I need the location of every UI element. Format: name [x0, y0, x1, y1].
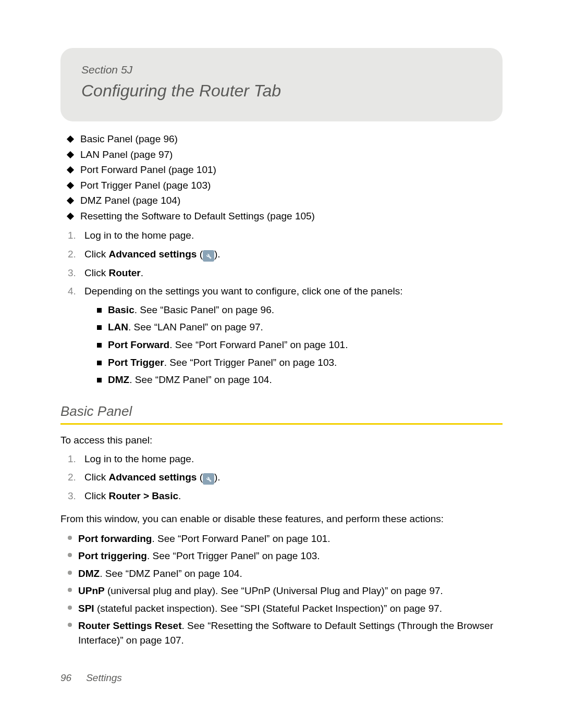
page-footer: 96Settings — [60, 672, 122, 684]
step-item: Click Router. — [68, 266, 503, 280]
step-text: ). — [214, 249, 221, 260]
toc-item: Port Forward Panel (page 101) — [68, 163, 503, 177]
sub-item: Basic. See “Basic Panel” on page 96. — [97, 303, 503, 317]
step-text: ( — [197, 472, 203, 483]
square-icon — [97, 308, 102, 313]
sub-text: . See “Port Trigger Panel” on page 103. — [164, 357, 337, 368]
advanced-settings-label: Advanced settings — [108, 472, 197, 483]
square-icon — [97, 325, 102, 330]
sub-list: Basic. See “Basic Panel” on page 96. LAN… — [97, 303, 503, 387]
sub-label: LAN — [108, 322, 128, 332]
router-label: Router — [108, 267, 140, 278]
step-text: Click — [84, 267, 108, 278]
feature-item: Port triggering. See “Port Trigger Panel… — [68, 549, 503, 563]
toc-text: DMZ Panel (page 104) — [80, 195, 180, 206]
page-number: 96 — [60, 672, 71, 683]
toc-text: LAN Panel (page 97) — [80, 149, 173, 160]
feature-text: . See “Port Trigger Panel” on page 103. — [147, 550, 320, 561]
feature-label: UPnP — [78, 585, 105, 596]
body-content: Basic Panel (page 96) LAN Panel (page 97… — [60, 132, 503, 647]
step-text: Depending on the settings you want to co… — [84, 286, 403, 297]
step-item: Log in to the home page. — [68, 452, 503, 466]
step-text: ). — [214, 472, 221, 483]
footer-label: Settings — [86, 672, 122, 683]
steps-list-1: Log in to the home page. Click Advanced … — [60, 228, 503, 387]
sub-text: . See “DMZ Panel” on page 104. — [129, 374, 272, 385]
diamond-icon — [67, 166, 74, 174]
toc-item: DMZ Panel (page 104) — [68, 193, 503, 208]
feature-item: DMZ. See “DMZ Panel” on page 104. — [68, 566, 503, 581]
advanced-settings-label: Advanced settings — [108, 249, 197, 260]
diamond-icon — [67, 213, 74, 220]
diamond-icon — [67, 182, 74, 189]
feature-label: DMZ — [78, 568, 100, 579]
feature-item: Router Settings Reset. See “Resetting th… — [68, 619, 503, 647]
toc-text: Port Forward Panel (page 101) — [80, 164, 216, 175]
step-text: Click — [84, 249, 108, 260]
sub-item: Port Forward. See “Port Forward Panel” o… — [97, 338, 503, 352]
sub-text: . See “LAN Panel” on page 97. — [128, 322, 263, 332]
section-label: Section 5J — [81, 64, 482, 76]
feature-item: UPnP (universal plug and play). See “UPn… — [68, 584, 503, 598]
feature-label: Port triggering — [78, 550, 147, 561]
step-text: Log in to the home page. — [84, 453, 194, 464]
feature-text: . See “DMZ Panel” on page 104. — [100, 568, 242, 579]
sub-label: Port Forward — [108, 339, 169, 350]
step-text: Click — [84, 472, 108, 483]
toc-text: Port Trigger Panel (page 103) — [80, 180, 211, 191]
toc-list: Basic Panel (page 96) LAN Panel (page 97… — [68, 132, 503, 223]
diamond-icon — [67, 135, 74, 143]
sub-item: Port Trigger. See “Port Trigger Panel” o… — [97, 355, 503, 370]
square-icon — [97, 361, 102, 365]
sub-label: DMZ — [108, 374, 129, 385]
section-title: Configuring the Router Tab — [81, 81, 482, 101]
feature-label: SPI — [78, 603, 94, 614]
sub-label: Port Trigger — [108, 357, 164, 368]
diamond-icon — [67, 151, 74, 158]
feature-text: . See “Port Forward Panel” on page 101. — [152, 533, 330, 544]
step-text: ( — [197, 249, 203, 260]
wrench-icon — [203, 250, 214, 262]
sub-text: . See “Basic Panel” on page 96. — [134, 304, 274, 315]
feature-text: (stateful packet inspection). See “SPI (… — [94, 603, 442, 614]
sub-label: Basic — [108, 304, 134, 315]
feature-label: Port forwarding — [78, 533, 152, 544]
paragraph: To access this panel: — [60, 433, 503, 448]
toc-item: LAN Panel (page 97) — [68, 147, 503, 162]
toc-item: Resetting the Software to Default Settin… — [68, 209, 503, 224]
feature-label: Router Settings Reset — [78, 620, 181, 631]
step-item: Depending on the settings you want to co… — [68, 284, 503, 387]
step-text: . — [178, 490, 181, 501]
paragraph: From this window, you can enable or disa… — [60, 512, 503, 526]
toc-text: Resetting the Software to Default Settin… — [80, 211, 315, 221]
diamond-icon — [67, 197, 74, 204]
step-item: Log in to the home page. — [68, 228, 503, 243]
feature-text: (universal plug and play). See “UPnP (Un… — [105, 585, 443, 596]
feature-list: Port forwarding. See “Port Forward Panel… — [68, 532, 503, 648]
subsection-heading: Basic Panel — [60, 402, 503, 425]
step-text: . — [141, 267, 143, 278]
step-item: Click Advanced settings (). — [68, 470, 503, 485]
sub-item: DMZ. See “DMZ Panel” on page 104. — [97, 373, 503, 387]
step-item: Click Router > Basic. — [68, 489, 503, 503]
toc-text: Basic Panel (page 96) — [80, 133, 178, 144]
sub-item: LAN. See “LAN Panel” on page 97. — [97, 320, 503, 335]
step-item: Click Advanced settings (). — [68, 247, 503, 262]
square-icon — [97, 378, 102, 382]
step-text: Click — [84, 490, 108, 501]
steps-list-2: Log in to the home page. Click Advanced … — [60, 452, 503, 503]
sub-text: . See “Port Forward Panel” on page 101. — [169, 339, 348, 350]
wrench-icon — [203, 473, 214, 485]
feature-item: SPI (stateful packet inspection). See “S… — [68, 601, 503, 616]
router-basic-label: Router > Basic — [108, 490, 178, 501]
step-text: Log in to the home page. — [84, 230, 194, 241]
toc-item: Port Trigger Panel (page 103) — [68, 178, 503, 193]
square-icon — [97, 343, 102, 348]
feature-item: Port forwarding. See “Port Forward Panel… — [68, 532, 503, 546]
section-header: Section 5J Configuring the Router Tab — [60, 48, 503, 121]
toc-item: Basic Panel (page 96) — [68, 132, 503, 146]
